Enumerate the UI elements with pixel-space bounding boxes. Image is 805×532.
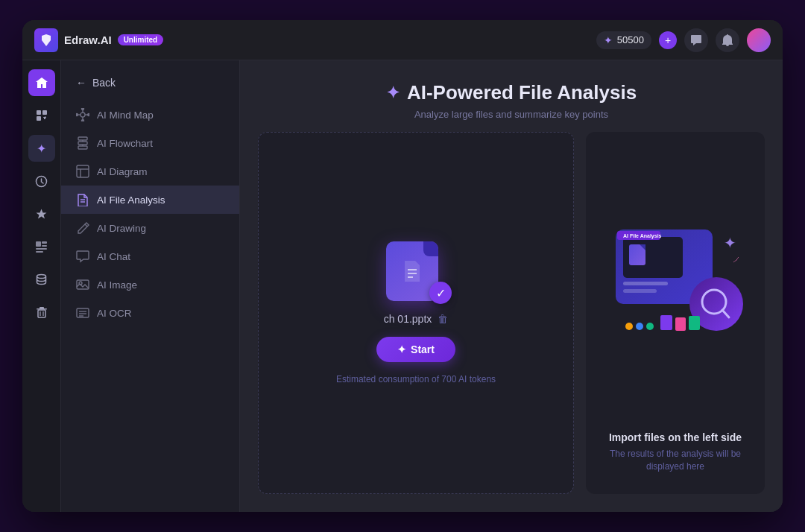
token-counter: ✦ 50500 (596, 31, 651, 49)
page-subtitle: Analyze large files and summarize key po… (255, 109, 768, 120)
svg-point-22 (82, 108, 84, 110)
sidebar-item-history[interactable] (28, 168, 55, 194)
svg-text:⟋: ⟋ (731, 253, 742, 265)
svg-rect-1 (42, 110, 47, 115)
svg-rect-14 (38, 310, 45, 317)
svg-rect-49 (623, 289, 657, 293)
svg-rect-10 (36, 248, 47, 250)
content-header: ✦ AI-Powered File Analysis Analyze large… (240, 60, 783, 132)
svg-rect-56 (675, 317, 686, 331)
token-estimate: Estimated consumption of 700 AI tokens (336, 374, 496, 384)
svg-rect-27 (78, 142, 87, 145)
start-icon: ✦ (397, 343, 406, 355)
svg-point-59 (636, 323, 643, 330)
sidebar-item-ai-mind-map[interactable]: AI Mind Map (61, 101, 239, 129)
user-avatar[interactable] (747, 28, 771, 52)
logo-text: Edraw.AI (64, 34, 112, 46)
preview-title: Import files on the left side (601, 431, 750, 443)
sidebar-item-ai-diagram[interactable]: AI Diagram (61, 157, 239, 186)
svg-text:✦: ✦ (724, 235, 736, 251)
svg-rect-28 (78, 146, 87, 149)
svg-point-60 (646, 323, 654, 330)
nav-item-label: AI Drawing (97, 223, 146, 234)
nav-item-label: AI Mind Map (97, 110, 154, 121)
svg-rect-11 (36, 251, 43, 253)
svg-rect-57 (689, 316, 700, 330)
svg-rect-0 (37, 110, 41, 115)
nav-item-label: AI Image (97, 279, 137, 291)
page-title: ✦ AI-Powered File Analysis (255, 81, 768, 104)
token-value: 50500 (617, 34, 644, 45)
add-tokens-button[interactable]: + (659, 31, 677, 49)
sidebar-icons: ✦ (22, 60, 61, 512)
svg-point-17 (80, 113, 85, 117)
sidebar-item-add[interactable] (28, 102, 55, 129)
panels-row: ✓ ch 01.pptx 🗑 ✦ Start Estimated consump… (240, 132, 783, 512)
svg-rect-5 (45, 116, 45, 119)
chat-icon-button[interactable] (684, 28, 708, 52)
back-button[interactable]: ← Back (61, 72, 239, 101)
sidebar-item-ai-flowchart[interactable]: AI Flowchart (61, 129, 239, 157)
svg-point-12 (37, 274, 46, 278)
preview-illustration: AI File Analysis (586, 132, 765, 431)
sidebar-item-ai[interactable]: ✦ (28, 135, 55, 162)
app-window: Edraw.AI Unlimited ✦ 50500 + (22, 20, 783, 512)
nav-panel: ← Back AI Mind Map (61, 60, 240, 512)
start-button[interactable]: ✦ Start (376, 337, 455, 362)
nav-item-label: AI File Analysis (97, 194, 165, 206)
unlimited-badge: Unlimited (118, 34, 164, 45)
upload-panel[interactable]: ✓ ch 01.pptx 🗑 ✦ Start Estimated consump… (258, 132, 574, 494)
sidebar-item-storage[interactable] (28, 266, 55, 293)
header-right: ✦ 50500 + (596, 28, 771, 52)
svg-rect-8 (42, 241, 47, 244)
nav-item-label: AI Chat (97, 251, 130, 262)
sidebar-item-ai-file-analysis[interactable]: AI File Analysis (61, 186, 239, 214)
preview-subtitle: The results of the analysis will be disp… (601, 448, 750, 473)
svg-rect-9 (42, 245, 47, 247)
svg-rect-55 (660, 315, 672, 330)
sidebar-item-ai-chat[interactable]: AI Chat (61, 242, 239, 270)
nav-item-label: AI OCR (97, 308, 132, 319)
delete-file-button[interactable]: 🗑 (438, 313, 448, 325)
svg-point-23 (82, 120, 84, 122)
file-icon-container: ✓ (386, 241, 446, 301)
sidebar-item-ai-image[interactable]: AI Image (61, 270, 239, 299)
svg-rect-7 (36, 241, 41, 247)
svg-rect-2 (37, 116, 41, 121)
nav-item-label: AI Diagram (97, 166, 148, 177)
back-arrow-icon: ← (76, 77, 86, 89)
svg-text:AI File Analysis: AI File Analysis (623, 233, 662, 239)
sidebar-item-trash[interactable] (28, 299, 55, 326)
preview-bottom-text: Import files on the left side The result… (586, 431, 765, 473)
sidebar-item-home[interactable] (28, 69, 55, 96)
back-label: Back (92, 77, 116, 89)
sparkle-icon: ✦ (386, 83, 400, 103)
svg-rect-31 (77, 165, 89, 177)
svg-rect-48 (623, 282, 668, 285)
logo-area: Edraw.AI Unlimited (34, 28, 596, 52)
svg-point-25 (88, 114, 90, 116)
preview-panel: AI File Analysis (586, 132, 765, 494)
sidebar-item-templates[interactable] (28, 233, 55, 260)
start-label: Start (411, 343, 435, 355)
svg-rect-26 (78, 137, 87, 140)
sparkle-icon: ✦ (604, 34, 613, 46)
svg-point-24 (76, 114, 78, 116)
sidebar-item-favorites[interactable] (28, 200, 55, 227)
sidebar-item-ai-ocr[interactable]: AI OCR (61, 299, 239, 327)
file-name: ch 01.pptx (384, 313, 432, 325)
header: Edraw.AI Unlimited ✦ 50500 + (22, 20, 783, 60)
notification-button[interactable] (716, 28, 739, 52)
main-content: ✦ AI-Powered File Analysis Analyze large… (240, 60, 783, 512)
nav-item-label: AI Flowchart (97, 138, 153, 149)
page-title-text: AI-Powered File Analysis (407, 81, 637, 104)
logo-icon (34, 28, 58, 52)
sidebar-item-ai-drawing[interactable]: AI Drawing (61, 214, 239, 242)
main-body: ✦ (22, 60, 783, 512)
file-name-row: ch 01.pptx 🗑 (384, 313, 449, 325)
svg-point-58 (625, 323, 633, 330)
file-check-icon: ✓ (429, 282, 452, 304)
